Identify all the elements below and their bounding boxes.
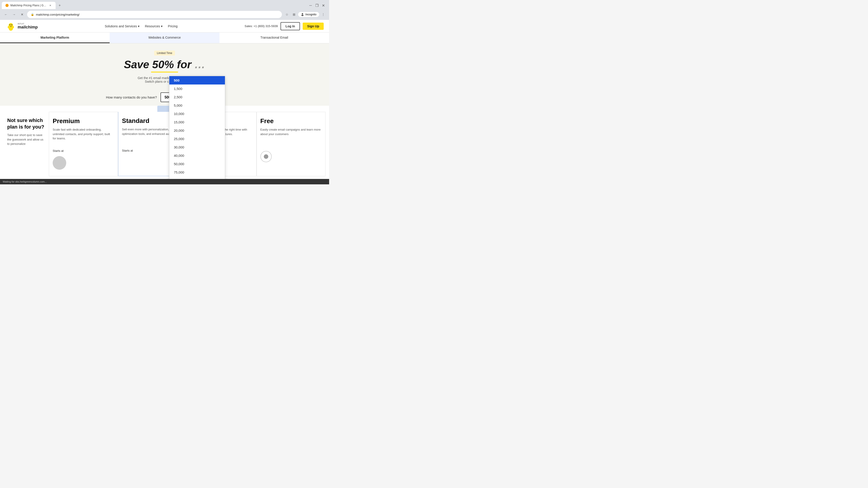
logo-intuit-text: INTUIT bbox=[18, 23, 38, 25]
dropdown-option-500[interactable]: 500 bbox=[169, 76, 225, 85]
dropdown-option-100000[interactable]: 100,000 bbox=[169, 176, 225, 179]
restore-button[interactable]: ❐ bbox=[315, 3, 319, 8]
plans-area: Mailchimp Recommends Not sure which plan… bbox=[0, 106, 329, 179]
dropdown-option-15000[interactable]: 15,000 bbox=[169, 118, 225, 126]
site-nav: INTUIT mailchimp Solutions and Services … bbox=[0, 20, 329, 33]
nav-solutions-label: Solutions and Services bbox=[105, 24, 137, 28]
extensions-button[interactable]: ⊞ bbox=[291, 11, 297, 18]
plans-container: Not sure which plan is for you? Take our… bbox=[0, 112, 329, 176]
forward-button[interactable]: → bbox=[11, 11, 17, 18]
plan-premium-starts: Starts at bbox=[53, 149, 114, 153]
minimize-button[interactable]: ─ bbox=[308, 3, 313, 8]
nav-solutions-link[interactable]: Solutions and Services ▾ bbox=[105, 24, 139, 28]
more-button[interactable]: ⋮ bbox=[320, 11, 327, 18]
svg-point-7 bbox=[9, 24, 10, 25]
status-text: Waiting for obs.herbgreencolumn.com... bbox=[3, 180, 47, 183]
login-button[interactable]: Log In bbox=[281, 22, 300, 30]
svg-point-2 bbox=[301, 15, 304, 16]
helper-description: Take our short quiz to save the guesswor… bbox=[7, 133, 45, 146]
nav-resources-label: Resources bbox=[145, 24, 160, 28]
nav-links: Solutions and Services ▾ Resources ▾ Pri… bbox=[105, 24, 178, 28]
active-tab[interactable]: Mailchimp Pricing Plans | Get St... ✕ bbox=[2, 2, 56, 9]
dropdown-option-50000[interactable]: 50,000 bbox=[169, 160, 225, 168]
signup-button[interactable]: Sign Up bbox=[303, 23, 324, 30]
browser-chrome: Mailchimp Pricing Plans | Get St... ✕ + … bbox=[0, 0, 329, 20]
tab-close-button[interactable]: ✕ bbox=[49, 4, 52, 7]
plan-free-desc: Easily create email campaigns and learn … bbox=[260, 127, 322, 145]
window-controls: ─ ❐ ✕ bbox=[308, 3, 327, 8]
lock-icon: 🔒 bbox=[31, 13, 34, 16]
plan-card-free: Free Easily create email campaigns and l… bbox=[256, 112, 326, 176]
address-actions: ☆ ⊞ Incognito ⋮ bbox=[284, 11, 327, 18]
hero-section: Limited Time Save 50% for … Get the #1 e… bbox=[0, 43, 329, 89]
svg-point-6 bbox=[8, 23, 13, 28]
dropdown-option-75000[interactable]: 75,000 bbox=[169, 168, 225, 176]
nav-logo[interactable]: INTUIT mailchimp bbox=[5, 21, 38, 32]
dropdown-option-5000[interactable]: 5,000 bbox=[169, 101, 225, 109]
close-button[interactable]: ✕ bbox=[321, 3, 326, 8]
limited-time-badge: Limited Time bbox=[154, 51, 175, 56]
recommends-banner-wrapper: Mailchimp Recommends bbox=[0, 106, 329, 112]
tab-bar: Mailchimp Pricing Plans | Get St... ✕ + … bbox=[0, 0, 329, 9]
nav-solutions-chevron: ▾ bbox=[138, 24, 140, 28]
nav-pricing-link[interactable]: Pricing bbox=[168, 24, 178, 28]
dropdown-option-1500[interactable]: 1,500 bbox=[169, 85, 225, 93]
svg-point-1 bbox=[302, 13, 303, 14]
plan-free-radio-inner bbox=[264, 154, 268, 159]
reload-button[interactable]: ✕ bbox=[19, 11, 25, 18]
svg-point-8 bbox=[11, 24, 12, 25]
hero-subtitle: Get the #1 email marketing and autom bbox=[5, 76, 324, 80]
contacts-dropdown-overlay[interactable]: 500 1,500 2,500 5,000 10,000 15,000 20,0… bbox=[169, 76, 225, 179]
plan-premium-desc: Scale fast with dedicated onboarding, un… bbox=[53, 127, 114, 145]
profile-button[interactable]: Incognito bbox=[298, 12, 319, 17]
profile-label: Incognito bbox=[305, 13, 316, 16]
site-tabs: Marketing Platform Websites & Commerce T… bbox=[0, 33, 329, 43]
nav-pricing-label: Pricing bbox=[168, 24, 178, 28]
contact-label: How many contacts do you have? bbox=[106, 95, 157, 99]
dropdown-option-2500[interactable]: 2,500 bbox=[169, 93, 225, 101]
incognito-icon bbox=[301, 13, 304, 16]
nav-actions: Sales: +1 (800) 315-5939 Log In Sign Up bbox=[245, 22, 324, 30]
tab-websites-commerce[interactable]: Websites & Commerce bbox=[110, 33, 219, 43]
plan-premium-price-circle bbox=[53, 156, 66, 170]
tab-marketing-platform[interactable]: Marketing Platform bbox=[0, 33, 110, 43]
mailchimp-logo-icon bbox=[5, 21, 16, 32]
dropdown-option-30000[interactable]: 30,000 bbox=[169, 143, 225, 151]
plan-free-radio bbox=[260, 151, 272, 162]
back-button[interactable]: ← bbox=[3, 11, 9, 18]
hero-title: Save 50% for … bbox=[5, 58, 324, 71]
nav-resources-chevron: ▾ bbox=[161, 24, 162, 28]
logo-main-text: mailchimp bbox=[18, 25, 38, 29]
bookmark-button[interactable]: ☆ bbox=[284, 11, 290, 18]
tab-title: Mailchimp Pricing Plans | Get St... bbox=[10, 4, 46, 7]
new-tab-button[interactable]: + bbox=[57, 2, 63, 8]
dropdown-option-10000[interactable]: 10,000 bbox=[169, 109, 225, 118]
sales-number: Sales: +1 (800) 315-5939 bbox=[245, 24, 278, 28]
plan-free-name: Free bbox=[260, 118, 322, 125]
status-bar: Waiting for obs.herbgreencolumn.com... bbox=[0, 179, 329, 184]
tab-favicon bbox=[5, 4, 8, 7]
address-bar: ← → ✕ 🔒 mailchimp.com/pricing/marketing/… bbox=[0, 9, 329, 20]
dropdown-option-25000[interactable]: 25,000 bbox=[169, 135, 225, 143]
contact-selector-section: How many contacts do you have? 500 ⌄ $ U… bbox=[0, 89, 329, 106]
address-input[interactable]: 🔒 mailchimp.com/pricing/marketing/ bbox=[27, 11, 282, 18]
logo-text-group: INTUIT mailchimp bbox=[18, 23, 38, 30]
hero-underline bbox=[151, 72, 178, 72]
plan-helper-card: Not sure which plan is for you? Take our… bbox=[4, 112, 49, 176]
tab-transactional-email[interactable]: Transactional Email bbox=[219, 33, 329, 43]
dropdown-option-40000[interactable]: 40,000 bbox=[169, 151, 225, 160]
dropdown-option-20000[interactable]: 20,000 bbox=[169, 126, 225, 135]
hero-subtitle2: Switch plans or cancel an e. bbox=[5, 80, 324, 84]
address-text: mailchimp.com/pricing/marketing/ bbox=[36, 13, 278, 16]
plan-card-premium: Premium Scale fast with dedicated onboar… bbox=[49, 112, 118, 176]
nav-resources-link[interactable]: Resources ▾ bbox=[145, 24, 162, 28]
website-content: INTUIT mailchimp Solutions and Services … bbox=[0, 20, 329, 179]
helper-title: Not sure which plan is for you? bbox=[7, 117, 45, 130]
plan-premium-name: Premium bbox=[53, 118, 114, 125]
svg-point-0 bbox=[6, 4, 8, 6]
